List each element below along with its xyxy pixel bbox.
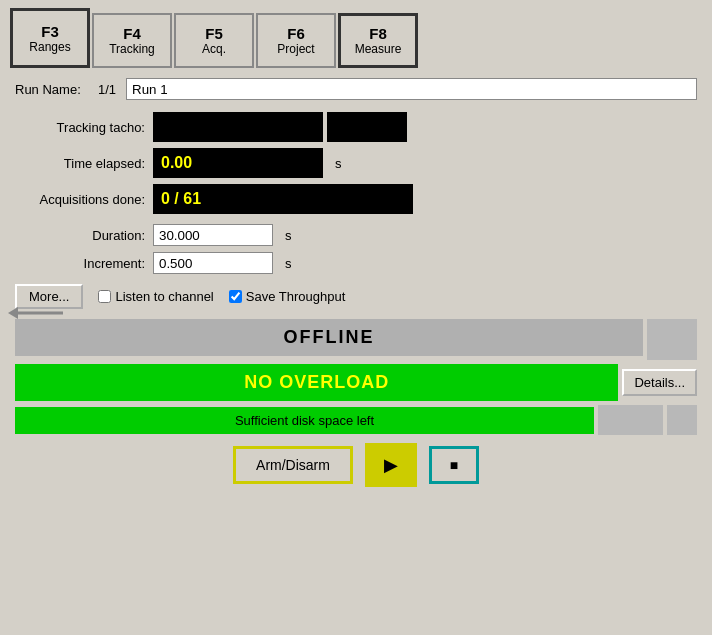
listen-channel-label: Listen to channel bbox=[115, 289, 213, 304]
increment-row: Increment: s bbox=[15, 252, 697, 274]
save-throughput-checkbox[interactable] bbox=[229, 290, 242, 303]
tab-f4[interactable]: F4 Tracking bbox=[92, 13, 172, 68]
increment-label: Increment: bbox=[15, 256, 145, 271]
tab-f8-key: F8 bbox=[369, 25, 387, 42]
run-name-counter: 1/1 bbox=[98, 82, 118, 97]
tacho-display-2 bbox=[327, 112, 407, 142]
duration-unit: s bbox=[285, 228, 292, 243]
save-throughput-item: Save Throughput bbox=[229, 289, 346, 304]
acquisitions-done-row: Acquisitions done: 0 / 61 bbox=[15, 184, 697, 214]
save-throughput-label: Save Throughput bbox=[246, 289, 346, 304]
arrow-indicator bbox=[8, 298, 68, 331]
tab-f8[interactable]: F8 Measure bbox=[338, 13, 418, 68]
acquisitions-done-label: Acquisitions done: bbox=[15, 192, 145, 207]
content-area: Run Name: 1/1 Tracking tacho: Time elaps… bbox=[0, 68, 712, 497]
stop-button[interactable]: ■ bbox=[429, 446, 479, 484]
tacho-display-1 bbox=[153, 112, 323, 142]
tab-f6-label: Project bbox=[277, 42, 314, 56]
tab-f3-label: Ranges bbox=[29, 40, 70, 54]
tab-f6-key: F6 bbox=[287, 25, 305, 42]
tracking-tacho-label: Tracking tacho: bbox=[15, 120, 145, 135]
tab-f5-label: Acq. bbox=[202, 42, 226, 56]
run-name-label: Run Name: bbox=[15, 82, 90, 97]
play-button[interactable]: ▶ bbox=[365, 443, 417, 487]
run-name-row: Run Name: 1/1 bbox=[15, 78, 697, 100]
time-elapsed-display: 0.00 bbox=[153, 148, 323, 178]
offline-right-box bbox=[647, 319, 697, 360]
tab-f3[interactable]: F3 Ranges bbox=[10, 8, 90, 68]
offline-bar: OFFLINE bbox=[15, 319, 643, 356]
time-elapsed-row: Time elapsed: 0.00 s bbox=[15, 148, 697, 178]
status-section: OFFLINE NO OVERLOAD Details... Sufficien… bbox=[15, 319, 697, 487]
checkbox-group: Listen to channel Save Throughput bbox=[98, 289, 345, 304]
overload-row: NO OVERLOAD Details... bbox=[15, 364, 697, 401]
details-button[interactable]: Details... bbox=[622, 369, 697, 396]
tab-f8-label: Measure bbox=[355, 42, 402, 56]
tracking-tacho-row: Tracking tacho: bbox=[15, 112, 697, 142]
run-name-input[interactable] bbox=[126, 78, 697, 100]
tab-f5[interactable]: F5 Acq. bbox=[174, 13, 254, 68]
more-row: More... Listen to channel Save Throughpu… bbox=[15, 284, 697, 309]
disk-space-bar: Sufficient disk space left bbox=[15, 407, 594, 434]
time-elapsed-label: Time elapsed: bbox=[15, 156, 145, 171]
duration-row: Duration: s bbox=[15, 224, 697, 246]
increment-unit: s bbox=[285, 256, 292, 271]
main-container: F3 Ranges F4 Tracking F5 Acq. F6 Project… bbox=[0, 0, 712, 635]
time-elapsed-value: 0.00 bbox=[161, 154, 192, 172]
tab-f4-key: F4 bbox=[123, 25, 141, 42]
stop-icon: ■ bbox=[450, 457, 458, 473]
play-icon: ▶ bbox=[384, 454, 398, 476]
svg-marker-1 bbox=[8, 307, 18, 319]
tab-f4-label: Tracking bbox=[109, 42, 155, 56]
tacho-displays bbox=[153, 112, 407, 142]
increment-input[interactable] bbox=[153, 252, 273, 274]
time-elapsed-unit: s bbox=[335, 156, 342, 171]
tab-f3-key: F3 bbox=[41, 23, 59, 40]
duration-input[interactable] bbox=[153, 224, 273, 246]
duration-label: Duration: bbox=[15, 228, 145, 243]
tab-f5-key: F5 bbox=[205, 25, 223, 42]
acquisitions-done-value: 0 / 61 bbox=[161, 190, 201, 208]
arrow-svg bbox=[8, 298, 68, 328]
tab-bar: F3 Ranges F4 Tracking F5 Acq. F6 Project… bbox=[0, 0, 712, 68]
tab-f6[interactable]: F6 Project bbox=[256, 13, 336, 68]
listen-channel-item: Listen to channel bbox=[98, 289, 213, 304]
disk-placeholder-2 bbox=[667, 405, 697, 435]
bottom-buttons: Arm/Disarm ▶ ■ bbox=[15, 443, 697, 487]
listen-channel-checkbox[interactable] bbox=[98, 290, 111, 303]
no-overload-bar: NO OVERLOAD bbox=[15, 364, 618, 401]
disk-space-row: Sufficient disk space left bbox=[15, 405, 697, 435]
disk-placeholder-1 bbox=[598, 405, 663, 435]
offline-row-wrap: OFFLINE bbox=[15, 319, 697, 360]
acquisitions-done-display: 0 / 61 bbox=[153, 184, 413, 214]
arm-disarm-button[interactable]: Arm/Disarm bbox=[233, 446, 353, 484]
